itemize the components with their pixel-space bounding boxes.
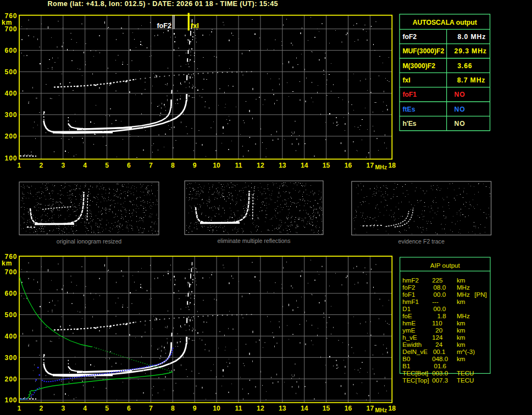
svg-text:3: 3: [61, 162, 65, 169]
svg-text:TECU: TECU: [457, 377, 474, 384]
svg-text:14: 14: [301, 405, 308, 412]
svg-text:048.0: 048.0: [432, 355, 448, 362]
svg-text:16: 16: [345, 405, 352, 412]
svg-text:m^(-3): m^(-3): [457, 348, 475, 355]
svg-text:km: km: [457, 327, 465, 334]
svg-text:h_vE: h_vE: [402, 334, 417, 341]
svg-text:hmF1: hmF1: [402, 298, 419, 305]
svg-text:foF1: foF1: [402, 91, 417, 98]
svg-text:8: 8: [171, 162, 175, 169]
svg-text:foF1: foF1: [402, 291, 415, 298]
svg-text:MHz: MHz: [375, 407, 387, 413]
svg-text:200: 200: [4, 132, 17, 140]
svg-text:9: 9: [193, 405, 197, 412]
svg-text:km: km: [457, 276, 465, 284]
svg-text:124: 124: [432, 334, 443, 341]
svg-text:Rome (lat: +41.8, lon: 012.5): Rome (lat: +41.8, lon: 012.5) - DATE: 20…: [48, 0, 278, 8]
svg-text:D1: D1: [402, 305, 411, 312]
svg-text:1: 1: [18, 405, 21, 412]
svg-text:TEC[Bot]: TEC[Bot]: [402, 369, 428, 377]
svg-text:hmF2: hmF2: [402, 276, 419, 284]
svg-text:300: 300: [4, 111, 17, 119]
svg-text:600: 600: [4, 47, 17, 54]
svg-text:NO: NO: [455, 91, 465, 98]
svg-text:13: 13: [279, 162, 286, 169]
svg-text:MHz: MHz: [457, 291, 470, 298]
svg-text:9: 9: [193, 162, 197, 169]
svg-text:B0: B0: [402, 355, 410, 362]
svg-text:foF2: foF2: [402, 284, 415, 291]
svg-text:4: 4: [83, 405, 87, 412]
svg-text:evidence F2 trace: evidence F2 trace: [398, 238, 445, 245]
svg-text:500: 500: [4, 311, 17, 319]
svg-text:8.0 MHz: 8.0 MHz: [458, 33, 486, 41]
svg-text:MUF(3000)F2: MUF(3000)F2: [402, 47, 444, 55]
svg-text:12: 12: [257, 162, 264, 169]
svg-text:500: 500: [4, 68, 17, 76]
svg-text:AUTOSCALA output: AUTOSCALA output: [413, 19, 477, 26]
svg-text:---: ---: [432, 298, 439, 305]
svg-text:8: 8: [171, 405, 175, 412]
svg-text:ftEs: ftEs: [402, 106, 415, 113]
svg-text:5: 5: [105, 405, 109, 412]
svg-text:h'Es: h'Es: [402, 120, 416, 128]
svg-text:29.3 MHz: 29.3 MHz: [455, 47, 487, 55]
svg-text:11: 11: [235, 405, 242, 412]
svg-text:00.1: 00.1: [433, 348, 446, 355]
svg-text:1: 1: [18, 162, 21, 169]
svg-text:NO: NO: [455, 120, 465, 128]
svg-text:7: 7: [149, 405, 153, 412]
svg-text:700: 700: [4, 268, 17, 276]
svg-text:24: 24: [435, 341, 442, 348]
svg-text:MHz: MHz: [375, 164, 387, 170]
svg-text:km: km: [457, 319, 465, 327]
svg-text:6: 6: [127, 405, 131, 412]
svg-text:km: km: [457, 355, 465, 362]
svg-text:17: 17: [367, 405, 374, 412]
svg-text:km: km: [457, 334, 465, 341]
svg-text:foE: foE: [402, 312, 412, 319]
svg-text:100: 100: [4, 154, 17, 162]
svg-text:20: 20: [435, 327, 442, 334]
svg-text:hmE: hmE: [402, 319, 415, 327]
svg-text:400: 400: [4, 333, 17, 340]
svg-text:[PN]: [PN]: [474, 291, 487, 298]
svg-text:7: 7: [149, 162, 153, 169]
svg-text:200: 200: [4, 375, 17, 383]
svg-text:MHz: MHz: [457, 284, 470, 291]
svg-text:Ewidth: Ewidth: [402, 341, 422, 348]
svg-text:km: km: [2, 259, 12, 267]
svg-text:10: 10: [213, 162, 220, 169]
svg-text:km: km: [457, 341, 465, 348]
svg-text:08.0: 08.0: [434, 284, 446, 291]
svg-text:TEC[Top]: TEC[Top]: [402, 377, 429, 384]
svg-text:11: 11: [235, 162, 242, 169]
svg-text:100: 100: [4, 396, 17, 404]
svg-text:14: 14: [301, 162, 308, 169]
svg-text:MHz: MHz: [457, 312, 470, 319]
svg-text:DelN_vE: DelN_vE: [402, 348, 428, 355]
svg-text:fxI: fxI: [402, 76, 410, 84]
svg-text:13: 13: [279, 405, 286, 412]
svg-text:00.0: 00.0: [434, 291, 446, 298]
svg-text:8.7 MHz: 8.7 MHz: [457, 76, 486, 84]
svg-text:TECU: TECU: [457, 369, 474, 377]
svg-text:km: km: [457, 298, 465, 305]
svg-text:300: 300: [4, 354, 17, 362]
svg-text:1.8: 1.8: [437, 312, 446, 319]
svg-text:foF2: foF2: [157, 22, 171, 30]
svg-text:16: 16: [345, 162, 352, 169]
svg-text:225: 225: [432, 276, 442, 284]
svg-text:B1: B1: [402, 362, 410, 369]
svg-text:eliminate multiple reflections: eliminate multiple reflections: [217, 237, 290, 244]
svg-text:M(3000)F2: M(3000)F2: [402, 62, 435, 70]
svg-text:15: 15: [323, 162, 330, 169]
svg-text:AIP output: AIP output: [430, 262, 461, 269]
svg-text:17: 17: [367, 162, 374, 169]
svg-text:5: 5: [105, 162, 109, 169]
svg-text:foF2: foF2: [402, 33, 417, 41]
svg-text:3: 3: [61, 405, 65, 412]
svg-text:01.6: 01.6: [434, 362, 447, 369]
svg-text:2: 2: [40, 405, 43, 412]
svg-text:3.66: 3.66: [457, 62, 472, 70]
